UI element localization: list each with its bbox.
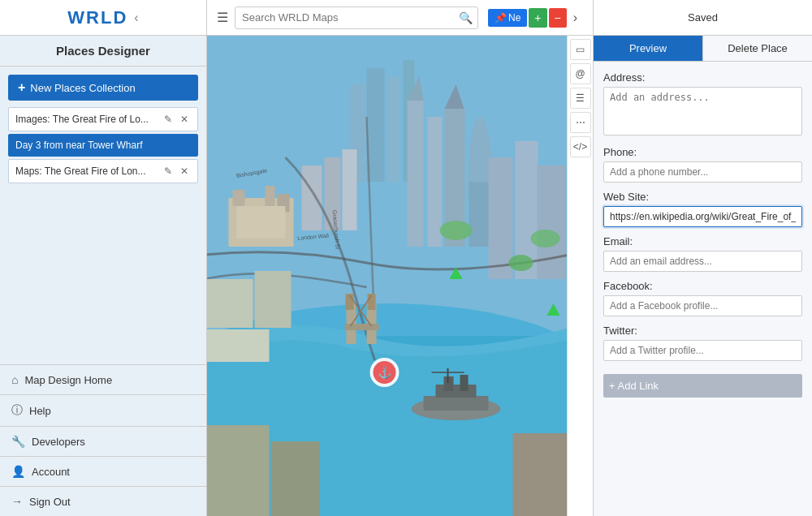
twitter-group: Twitter:: [603, 325, 802, 361]
svg-text:⚓: ⚓: [378, 366, 392, 380]
location-pin-icon: 📌: [495, 12, 507, 24]
left-sidebar: Places Designer + New Places Collection …: [0, 36, 207, 516]
map-area[interactable]: ⚓ London Wall Bishopsgate Gracechurch St: [207, 36, 567, 516]
svg-rect-24: [538, 166, 566, 279]
sidebar-content: + New Places Collection Images: The Grea…: [0, 67, 206, 364]
website-label: Web Site:: [603, 191, 802, 203]
facebook-group: Facebook:: [603, 280, 802, 316]
email-input[interactable]: [603, 251, 802, 272]
svg-rect-14: [343, 149, 357, 230]
svg-rect-9: [266, 186, 275, 206]
svg-rect-25: [207, 279, 253, 328]
facebook-input[interactable]: [603, 295, 802, 316]
map-nav-forward-icon[interactable]: ›: [570, 7, 581, 28]
nav-item-map-design-home[interactable]: ⌂ Map Design Home: [0, 365, 206, 395]
new-collection-label: New Places Collection: [30, 82, 135, 94]
phone-group: Phone:: [603, 146, 802, 183]
svg-rect-27: [207, 329, 270, 362]
nav-item-sign-out[interactable]: → Sign Out: [0, 487, 206, 516]
nav-label-sign-out: Sign Out: [29, 496, 71, 508]
address-label: Address:: [603, 71, 802, 84]
email-label: Email:: [603, 235, 802, 247]
layers-icon-btn[interactable]: ☰: [570, 88, 591, 109]
edit-collection-3-icon[interactable]: ✎: [162, 165, 175, 178]
svg-rect-33: [345, 324, 379, 330]
at-icon-btn[interactable]: @: [570, 63, 591, 84]
saved-status: Saved: [593, 0, 812, 35]
logo-area: WRLD ‹: [0, 0, 207, 35]
nav-item-help[interactable]: ⓘ Help: [0, 395, 206, 427]
account-icon: 👤: [11, 465, 25, 478]
collection-item-label: Images: The Great Fire of Lo...: [15, 114, 162, 125]
preview-button[interactable]: Preview: [594, 36, 702, 61]
search-input[interactable]: [235, 7, 454, 28]
location-button[interactable]: 📌 Ne: [488, 9, 527, 27]
main-content: Places Designer + New Places Collection …: [0, 36, 812, 516]
svg-rect-17: [428, 117, 443, 247]
twitter-input[interactable]: [603, 340, 802, 361]
map-canvas: ⚓ London Wall Bishopsgate Gracechurch St: [207, 36, 567, 516]
nav-label-help: Help: [29, 405, 51, 417]
nav-item-account[interactable]: 👤 Account: [0, 457, 206, 487]
add-link-button[interactable]: + Add Link: [603, 374, 802, 398]
nav-label-map-design-home: Map Design Home: [24, 374, 112, 386]
plus-icon: +: [18, 80, 25, 95]
collection-item-actions: ✎ ✕: [162, 113, 191, 126]
svg-point-29: [509, 255, 533, 271]
svg-rect-12: [302, 166, 322, 230]
collection-item[interactable]: Images: The Great Fire of Lo... ✎ ✕: [8, 107, 198, 131]
sidebar-bottom-nav: ⌂ Map Design Home ⓘ Help 🔧 Developers 👤 …: [0, 364, 206, 516]
collection-item-3[interactable]: Maps: The Great Fire of Lon... ✎ ✕: [8, 159, 198, 183]
zoom-out-button[interactable]: −: [549, 8, 567, 28]
edit-collection-icon[interactable]: ✎: [162, 113, 175, 126]
delete-collection-icon[interactable]: ✕: [178, 113, 191, 126]
facebook-label: Facebook:: [603, 280, 802, 292]
right-toolbar-strip: ▭ @ ☰ ⋯ </>: [567, 36, 593, 516]
logo: WRLD: [67, 7, 127, 28]
svg-rect-11: [237, 206, 286, 239]
zoom-in-button[interactable]: +: [529, 8, 546, 28]
svg-rect-39: [424, 396, 489, 411]
svg-rect-15: [408, 101, 424, 247]
svg-rect-42: [460, 375, 469, 391]
collection-item-selected[interactable]: Day 3 from near Tower Wharf: [8, 134, 198, 157]
search-button[interactable]: 🔍: [454, 7, 477, 28]
search-bar: 🔍: [235, 6, 478, 29]
svg-rect-40: [436, 385, 477, 398]
twitter-label: Twitter:: [603, 325, 802, 337]
map-nav-group: 📌 Ne + −: [488, 8, 567, 28]
svg-point-28: [440, 221, 473, 240]
map-view-toggle[interactable]: ▭: [570, 39, 591, 60]
delete-place-button[interactable]: Delete Place: [702, 36, 812, 61]
website-input[interactable]: [603, 206, 802, 227]
collapse-sidebar-icon[interactable]: ‹: [134, 11, 138, 25]
nav-item-developers[interactable]: 🔧 Developers: [0, 427, 206, 457]
nav-label-account: Account: [32, 466, 70, 478]
sign-out-icon: →: [11, 495, 23, 508]
home-icon: ⌂: [11, 373, 18, 386]
collection-item-3-label: Maps: The Great Fire of Lon...: [15, 166, 162, 177]
website-group: Web Site:: [603, 191, 802, 227]
svg-rect-52: [513, 433, 568, 516]
svg-rect-8: [233, 190, 245, 206]
map-toolbar: ☰ 🔍 📌 Ne + − ›: [207, 6, 593, 29]
svg-rect-5: [387, 76, 400, 182]
svg-rect-51: [271, 441, 320, 516]
phone-label: Phone:: [603, 146, 802, 158]
more-options-btn[interactable]: ⋯: [570, 112, 591, 133]
help-icon: ⓘ: [11, 403, 23, 418]
new-collection-button[interactable]: + New Places Collection: [8, 75, 198, 101]
nav-label-developers: Developers: [32, 436, 85, 448]
right-panel-form: Address: Phone: Web Site: Email: Faceboo…: [594, 62, 812, 516]
phone-input[interactable]: [603, 161, 802, 183]
delete-collection-3-icon[interactable]: ✕: [178, 165, 191, 178]
places-designer-title: Places Designer: [0, 36, 206, 67]
email-group: Email:: [603, 235, 802, 272]
embed-code-btn[interactable]: </>: [570, 136, 591, 157]
hamburger-button[interactable]: ☰: [214, 6, 231, 28]
address-input[interactable]: [603, 87, 802, 135]
collection-item-selected-label: Day 3 from near Tower Wharf: [15, 140, 191, 151]
top-bar: WRLD ‹ ☰ 🔍 📌 Ne + − › Saved: [0, 0, 812, 36]
svg-rect-21: [469, 182, 492, 247]
svg-rect-50: [207, 425, 270, 516]
